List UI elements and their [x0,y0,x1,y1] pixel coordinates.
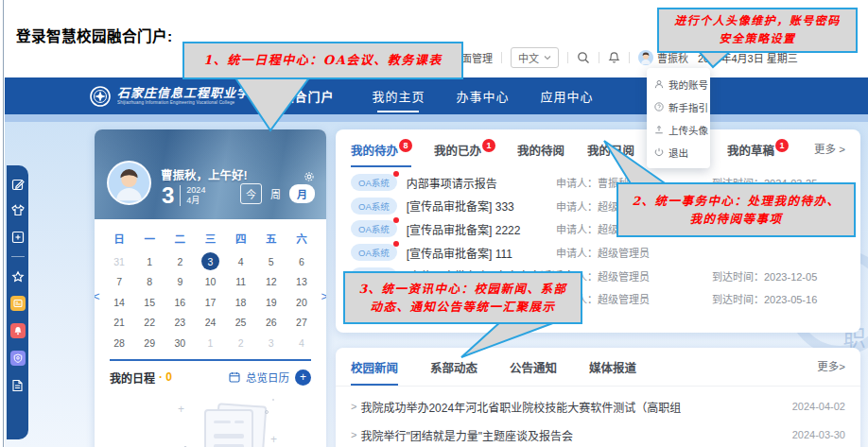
day-cell-29[interactable]: 29 [134,333,165,353]
page-title: 登录智慧校园融合门户: [16,25,173,45]
day-cell-2[interactable]: 2 [165,251,195,272]
day-cell-27[interactable]: 27 [286,313,317,334]
day-cell-25[interactable]: 25 [226,313,256,334]
main-navbar: 石家庄信息工程职业学院 Shijiazhuang Information Eng… [5,77,868,114]
news-tab-0[interactable]: 校园新闻 [351,358,398,386]
separator [629,52,630,63]
day-cell-13[interactable]: 13 [286,272,317,293]
school-emblem-icon [90,86,111,107]
day-cell-19[interactable]: 19 [256,292,286,313]
prev-month-arrow[interactable]: < [95,289,100,303]
user-menu-item-我的账号[interactable]: 我的账号 [647,73,710,95]
star-icon[interactable] [10,269,25,284]
language-select[interactable]: 中文 [511,47,559,68]
day-cell-17[interactable]: 17 [195,292,225,313]
todo-more-link[interactable]: 更多 > [814,141,845,156]
day-grid: 3112345678910111213141516171819202122232… [104,251,317,353]
badge: 1 [775,139,789,152]
news-title: 我院成功举办2024年河北省职业院校技能大赛软件测试（高职组 [360,399,681,415]
day-cell-5[interactable]: 5 [256,251,286,272]
day-cell-6[interactable]: 6 [286,251,317,272]
todo-tab-0[interactable]: 我的待办8 [351,141,411,167]
weekday-label: 日 [104,227,134,251]
nav-item-1[interactable]: 办事中心 [456,83,509,109]
todo-tab-2[interactable]: 我的待阅 [517,141,564,165]
todo-row-3[interactable]: OA系统[宣传品审批备案] 111申请人：超级管理员 [336,241,860,265]
my-schedule-label: 我的日程 [110,370,155,386]
nav-item-2[interactable]: 应用中心 [540,83,593,109]
bell-icon[interactable] [608,51,620,64]
weekday-header-row: 日一二三四五六 [104,227,317,251]
news-item-0[interactable]: >我院成功举办2024年河北省职业院校技能大赛软件测试（高职组2024-04-0… [351,392,845,421]
callout-arrow-schedule [227,76,321,134]
day-cell-12[interactable]: 12 [256,272,286,293]
divider [180,185,181,206]
day-cell-2[interactable]: 2 [226,333,256,353]
day-cell-4[interactable]: 4 [286,333,317,353]
month-view-button[interactable]: 月 [289,184,315,203]
edit-icon[interactable] [10,177,25,191]
schedule-count: 0 [165,370,172,384]
add-square-icon[interactable] [10,230,25,244]
nav-item-0[interactable]: 我的主页 [372,83,425,109]
day-cell-7[interactable]: 7 [104,272,134,293]
news-item-1[interactable]: >我院举行"团结就是力量"主题座谈及报告会2024-03-30 [351,421,845,447]
calendar-body: 日一二三四五六 31123456789101112131415161718192… [95,219,326,447]
todo-tab-5[interactable]: 我的草稿1 [727,141,788,165]
day-cell-14[interactable]: 14 [104,292,134,313]
day-cell-24[interactable]: 24 [195,313,225,334]
news-tab-3[interactable]: 媒体报道 [589,358,636,386]
day-cell-11[interactable]: 11 [226,272,256,293]
badge: 8 [399,139,412,152]
card-app-icon[interactable] [10,296,26,311]
day-cell-15[interactable]: 15 [134,292,165,313]
next-month-arrow[interactable]: > [321,289,326,303]
day-cell-9[interactable]: 9 [165,272,195,293]
search-icon[interactable] [577,51,590,64]
day-cell-31[interactable]: 31 [104,251,134,272]
day-cell-3[interactable]: 3 [195,251,225,272]
tshirt-icon[interactable] [10,203,25,217]
day-cell-8[interactable]: 8 [134,272,165,293]
user-avatar[interactable] [107,161,151,205]
day-cell-10[interactable]: 10 [195,272,225,293]
day-cell-26[interactable]: 26 [256,313,286,334]
news-tab-2[interactable]: 公告通知 [510,358,557,386]
todo-tab-1[interactable]: 我的已办1 [434,141,495,165]
day-cell-4[interactable]: 4 [226,251,256,272]
day-cell-21[interactable]: 21 [104,313,134,334]
news-more-link[interactable]: 更多> [817,358,845,373]
weekday-label: 五 [256,227,286,251]
callout-task-center: 2、统一事务中心：处理我的待办、 我的待阅等事项 [616,182,856,237]
todo-title: [宣传品审批备案] 111 [407,245,512,261]
calendar-overview-link[interactable]: 总览日历 [246,370,289,385]
schedule-row: 我的日程 · 0 总览日历 + [110,370,311,386]
user-menu-item-新手指引[interactable]: 新手指引 [647,95,710,118]
day-cell-1[interactable]: 1 [134,251,165,272]
system-badge: OA系统 [351,198,397,215]
news-tab-1[interactable]: 系部动态 [430,358,477,386]
day-cell-18[interactable]: 18 [226,292,256,313]
weekday-label: 六 [286,227,317,251]
day-cell-20[interactable]: 20 [286,292,317,313]
add-schedule-button[interactable]: + [295,370,311,386]
empty-schedule-illustration: + + + [104,397,317,447]
day-cell-3[interactable]: 3 [256,333,286,353]
user-icon [654,79,664,89]
day-cell-23[interactable]: 23 [165,313,195,334]
todo-title: 内部事项请示报告 [407,175,497,191]
shield-app-icon[interactable] [10,351,26,366]
callout-news-center: 3、统一资讯中心：校园新闻、系部 动态、通知公告等统一汇聚展示 [343,271,582,324]
day-cell-1[interactable]: 1 [195,333,225,353]
week-view-button[interactable]: 周 [270,186,281,201]
doc-icon[interactable] [10,378,25,392]
day-cell-16[interactable]: 16 [165,292,195,313]
unread-dot [393,217,399,223]
day-cell-28[interactable]: 28 [104,333,134,353]
day-cell-30[interactable]: 30 [165,333,195,353]
chevron-down-icon [544,55,551,60]
day-cell-22[interactable]: 22 [134,313,165,334]
alarm-app-icon[interactable] [10,323,26,338]
slide-left-border [3,0,4,447]
today-button[interactable]: 今 [240,183,262,204]
